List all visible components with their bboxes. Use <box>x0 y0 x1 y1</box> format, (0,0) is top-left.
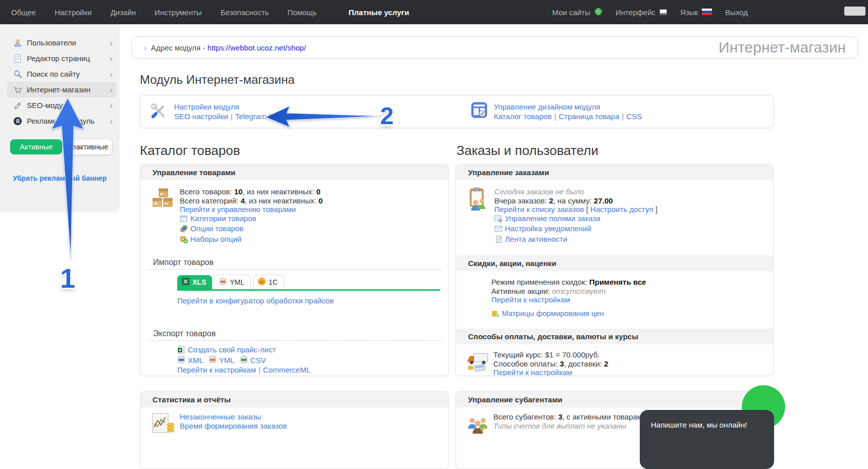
module-address-label: Адрес модуля - <box>151 43 205 52</box>
export-title: Экспорт товаров <box>153 329 448 338</box>
payment-methods-line: Способов оплаты: 3, доставки: 2 <box>493 359 608 369</box>
sidebar-item-users[interactable]: Пользователи › <box>7 35 117 50</box>
categories-icon <box>180 215 188 225</box>
language-label: Язык <box>680 8 698 17</box>
price-configurator-link[interactable]: Перейти в конфигуратор обработки прайсов <box>177 296 334 305</box>
orders-heading: Заказы и пользователи <box>456 143 598 159</box>
my-sites-label: Мои сайты <box>552 8 590 17</box>
export-csv-link[interactable]: CSV <box>250 356 266 365</box>
subagents-icon <box>467 412 489 438</box>
menu-security[interactable]: Безопасность <box>221 8 269 17</box>
interface-link[interactable]: Интерфейс <box>616 8 667 17</box>
interface-flag-icon <box>659 8 667 17</box>
sidebar-item-internet-shop[interactable]: Интернет-магазин › <box>7 82 117 97</box>
menu-general[interactable]: Общее <box>11 8 36 17</box>
commerceml-link[interactable]: CommerceML <box>263 366 311 374</box>
chevron-right-icon: › <box>110 101 113 110</box>
tab-xls[interactable]: XLS <box>177 275 212 289</box>
divider: | <box>231 112 233 121</box>
russian-flag-icon <box>702 8 712 17</box>
sidebar-item-label: Редактор страниц <box>27 54 90 63</box>
export-links: Создать свой прайс-лист XML YML CSV Пере… <box>177 345 448 375</box>
module-title: Модуль Интернет-магазина <box>140 73 295 87</box>
configure-access-link[interactable]: Настроить доступ <box>590 205 653 214</box>
order-fields-link[interactable]: Управление полями заказа <box>505 214 600 223</box>
orders-yesterday-line: Вчера заказов: 2, на сумму: 27.00 <box>494 196 657 205</box>
discounts-settings-link[interactable]: Перейти к настройкам <box>491 295 570 304</box>
topbar-right-widget[interactable] <box>844 7 865 16</box>
step-1-label: 1 <box>53 263 83 294</box>
page-editor-icon <box>13 54 22 63</box>
order-fields-icon <box>494 215 502 225</box>
onec-icon: 1С <box>258 278 266 287</box>
menu-design[interactable]: Дизайн <box>111 8 136 17</box>
user-icon <box>13 38 22 47</box>
seo-settings-link[interactable]: SEO настройки <box>174 112 228 121</box>
sidebar-item-label: Интернет-магазин <box>27 85 90 94</box>
arrow-left-icon <box>264 103 385 129</box>
product-categories-link[interactable]: Категории товаров <box>190 214 256 223</box>
orders-stats-row: Сегодня заказов не было Вчера заказов: 2… <box>456 180 773 245</box>
menu-help[interactable]: Помощь <box>287 8 317 17</box>
import-tabs: XLS YML 1С 1C <box>177 275 440 291</box>
chat-widget[interactable]: Напишите нам, мы онлайн! <box>640 410 774 469</box>
chat-message: Напишите нам, мы онлайн! <box>651 421 747 429</box>
subagents-note: Типы счетов для выплат не указаны <box>493 422 655 431</box>
orders-list-link[interactable]: Перейти к списку заказов <box>494 205 584 214</box>
design-product-page-link[interactable]: Страница товара <box>558 112 619 121</box>
sidebar-item-label: Пользователи <box>27 38 76 47</box>
create-pricelist-link[interactable]: Создать свой прайс-лист <box>188 345 276 354</box>
activity-feed-link[interactable]: Лента активности <box>505 235 567 243</box>
tab-1c[interactable]: 1С 1C <box>253 275 284 289</box>
discount-mode-line: Режим применения скидок: Применять все <box>491 278 773 287</box>
catalog-card: Управление товарами Всего товаров: 10, и… <box>140 164 449 376</box>
chevron-right-icon: › <box>110 70 113 79</box>
language-link[interactable]: Язык <box>680 8 712 17</box>
menu-paid-services[interactable]: Платные услуги <box>348 8 409 17</box>
order-time-link[interactable]: Время формирования заказов <box>180 422 287 430</box>
bracket: [ <box>586 205 588 214</box>
payments-settings-link[interactable]: Перейти к настройкам <box>493 368 572 376</box>
chevron-right-icon: › <box>110 85 113 94</box>
subagents-title: Управление субагентами <box>456 392 773 407</box>
orders-today-note: Сегодня заказов не было <box>494 187 657 196</box>
unfinished-orders-link[interactable]: Незаконченные заказы <box>180 412 261 421</box>
topbar: Общее Настройки Дизайн Инструменты Безоп… <box>0 0 868 24</box>
sidebar-item-page-editor[interactable]: Редактор страниц › <box>7 50 117 66</box>
divider-dashed <box>147 269 441 270</box>
sidebar-item-site-search[interactable]: Поиск по сайту › <box>7 66 117 82</box>
chevron-right-icon: › <box>110 38 113 47</box>
yml-icon <box>209 355 217 366</box>
module-settings-link[interactable]: Настройки модуля <box>174 102 239 111</box>
price-matrix-link[interactable]: Матрицы формирования цен <box>502 309 604 318</box>
export-settings-link[interactable]: Перейти к настройкам <box>177 366 256 374</box>
tab-yml[interactable]: YML <box>214 275 251 289</box>
manage-products-link[interactable]: Перейти к управлению товарами <box>180 205 296 214</box>
payments-section: Текущий курс: $1 = 70.000руб. Способов о… <box>456 344 773 376</box>
option-sets-link[interactable]: Наборы опций <box>190 235 241 243</box>
bracket: ] <box>655 205 657 214</box>
notifications-link[interactable]: Настройка уведомлений <box>505 224 591 233</box>
export-xml-link[interactable]: XML <box>188 356 203 365</box>
design-catalog-link[interactable]: Каталог товаров <box>494 112 552 121</box>
module-settings-group: Настройки модуля SEO настройки|Telegram … <box>149 102 280 122</box>
csv-icon <box>240 355 248 366</box>
orders-management-title: Управление заказами <box>456 165 773 180</box>
module-url-link[interactable]: https://webbot.ucoz.net/shop/ <box>208 43 306 52</box>
logout-link[interactable]: Выход <box>725 8 748 17</box>
quicklinks-panel: Настройки модуля SEO настройки|Telegram … <box>140 95 774 128</box>
menu-settings[interactable]: Настройки <box>55 8 92 17</box>
divider-dashed <box>147 340 441 341</box>
design-management-link[interactable]: Управление дизайном модуля <box>494 102 600 111</box>
activity-icon <box>494 235 502 245</box>
my-sites-link[interactable]: Мои сайты <box>552 8 602 17</box>
discounts-section: Режим применения скидок: Применять все А… <box>456 271 773 319</box>
yml-icon <box>219 278 227 287</box>
menu-tools[interactable]: Инструменты <box>155 8 202 17</box>
design-css-link[interactable]: CSS <box>626 112 642 121</box>
product-options-link[interactable]: Опции товаров <box>190 224 243 233</box>
yandex-icon: Я <box>13 117 22 126</box>
export-yml-link[interactable]: YML <box>219 356 235 365</box>
products-management-title: Управление товарами <box>140 165 448 180</box>
chevron-right-icon: › <box>144 43 146 52</box>
